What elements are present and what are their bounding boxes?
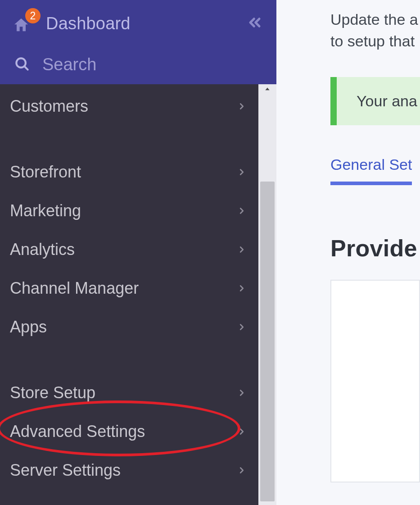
sidebar-item-label: Channel Manager — [10, 279, 139, 298]
sidebar: 2 Dashboard — [0, 0, 276, 505]
sidebar-item-label: Customers — [10, 97, 88, 116]
sidebar-item-channel-manager[interactable]: Channel Manager — [0, 269, 258, 308]
sidebar-item-label: Advanced Settings — [10, 422, 145, 441]
sidebar-item-store-setup[interactable]: Store Setup — [0, 373, 258, 412]
sidebar-item-advanced-settings[interactable]: Advanced Settings — [0, 412, 258, 451]
chevron-right-icon — [237, 165, 247, 179]
search-icon — [14, 55, 31, 74]
section-heading: Provide — [330, 235, 420, 262]
sidebar-item-analytics[interactable]: Analytics — [0, 230, 258, 269]
dashboard-link[interactable]: Dashboard — [46, 14, 131, 33]
sidebar-item-apps[interactable]: Apps — [0, 308, 258, 346]
sidebar-item-label: Storefront — [10, 163, 81, 182]
chevron-right-icon — [237, 100, 247, 113]
sidebar-item-label: Apps — [10, 318, 47, 337]
tab-bar: General Set — [330, 156, 420, 185]
tab-general-settings[interactable]: General Set — [330, 156, 412, 185]
collapse-sidebar-button[interactable] — [245, 14, 265, 33]
sidebar-item-storefront[interactable]: Storefront — [0, 153, 258, 191]
intro-text: Update the a to setup that — [330, 9, 420, 52]
chevron-right-icon — [237, 386, 247, 400]
sidebar-item-label: Store Setup — [10, 383, 95, 402]
chevron-right-icon — [237, 204, 247, 218]
sidebar-header: 2 Dashboard — [0, 0, 276, 84]
chevron-right-icon — [237, 282, 247, 295]
sidebar-item-label: Analytics — [10, 240, 75, 259]
chevron-right-icon — [237, 243, 247, 256]
scroll-up-arrow-icon — [258, 86, 276, 92]
svg-line-1 — [24, 66, 28, 70]
main-content: Update the a to setup that Your ana Gene… — [276, 0, 420, 505]
home-button[interactable]: 2 — [12, 13, 33, 34]
chevron-right-icon — [237, 464, 247, 477]
sidebar-item-customers[interactable]: Customers — [0, 87, 258, 126]
sidebar-item-label: Marketing — [10, 201, 81, 220]
content-panel — [330, 280, 420, 482]
notification-badge[interactable]: 2 — [25, 8, 41, 23]
svg-marker-2 — [265, 88, 269, 91]
sidebar-scrollbar[interactable] — [258, 84, 276, 505]
chevron-right-icon — [237, 425, 247, 438]
sidebar-item-server-settings[interactable]: Server Settings — [0, 451, 258, 490]
chevron-right-icon — [237, 320, 247, 334]
alert-text: Your ana — [357, 92, 417, 109]
sidebar-nav: Customers Storefront Marketing — [0, 84, 258, 505]
scrollbar-thumb[interactable] — [260, 182, 275, 501]
sidebar-item-marketing[interactable]: Marketing — [0, 191, 258, 230]
success-alert: Your ana — [330, 77, 420, 125]
chevron-double-left-icon — [246, 14, 264, 33]
sidebar-item-label: Server Settings — [10, 461, 121, 480]
search-input[interactable] — [42, 55, 265, 74]
